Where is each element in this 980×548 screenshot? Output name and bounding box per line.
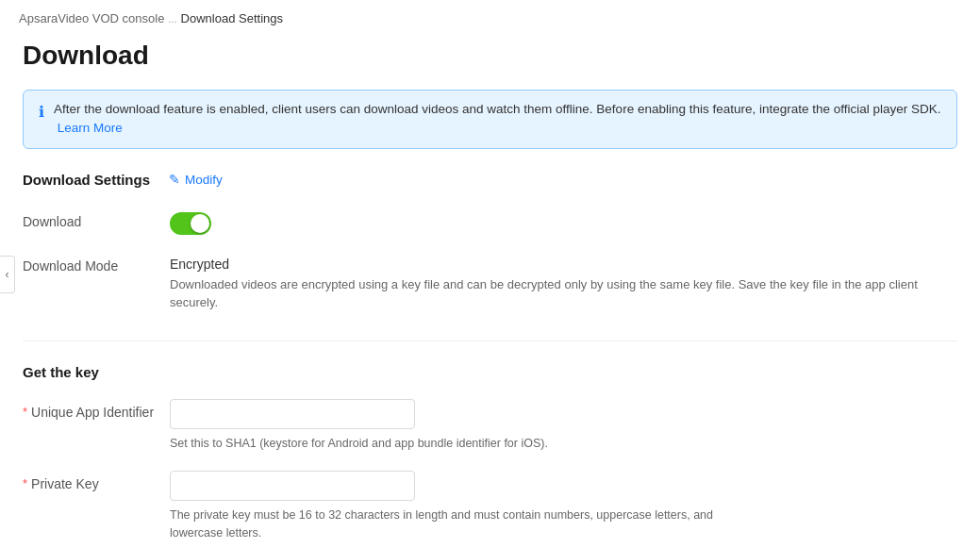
private-key-row: * Private Key The private key must be 16… — [23, 471, 957, 542]
page-title: Download — [23, 33, 957, 71]
breadcrumb-root[interactable]: ApsaraVideo VOD console — [19, 11, 164, 25]
private-key-label: Private Key — [31, 476, 99, 491]
unique-app-id-label: Unique App Identifier — [31, 405, 154, 420]
modify-button[interactable]: ✎ Modify — [169, 172, 223, 187]
main-content: Download ℹ After the download feature is… — [0, 33, 980, 548]
unique-app-id-input[interactable] — [170, 399, 415, 429]
download-toggle-row: Download — [23, 203, 957, 247]
required-star-1: * — [23, 405, 27, 419]
required-star-2: * — [23, 476, 27, 490]
breadcrumb-separator: ... — [168, 13, 176, 25]
section-title: Download Settings — [23, 172, 150, 188]
private-key-hint: The private key must be 16 to 32 charact… — [170, 506, 736, 542]
side-collapse-button[interactable]: ‹ — [0, 256, 15, 293]
download-toggle-value — [170, 212, 957, 238]
private-key-field-col: The private key must be 16 to 32 charact… — [170, 471, 957, 542]
download-mode-label: Download Mode — [23, 257, 155, 274]
chevron-left-icon: ‹ — [6, 268, 9, 281]
unique-app-id-hint: Set this to SHA1 (keystore for Android a… — [170, 435, 736, 453]
modify-label: Modify — [185, 173, 223, 187]
unique-app-id-field-col: Set this to SHA1 (keystore for Android a… — [170, 399, 957, 453]
get-key-title: Get the key — [23, 364, 957, 380]
info-icon: ℹ — [39, 101, 44, 124]
info-banner: ℹ After the download feature is enabled,… — [23, 90, 957, 149]
download-mode-value: Encrypted Downloaded videos are encrypte… — [170, 257, 957, 312]
section-header: Download Settings ✎ Modify — [23, 172, 957, 188]
download-mode-row: Download Mode Encrypted Downloaded video… — [23, 247, 957, 322]
download-toggle[interactable] — [170, 212, 211, 235]
download-label: Download — [23, 212, 155, 229]
private-key-input[interactable] — [170, 471, 415, 501]
download-mode-description: Downloaded videos are encrypted using a … — [170, 275, 957, 312]
section-divider — [23, 340, 957, 341]
download-mode-text: Encrypted — [170, 257, 957, 272]
pencil-icon: ✎ — [169, 172, 180, 187]
info-banner-text: After the download feature is enabled, c… — [54, 100, 941, 139]
unique-app-id-row: * Unique App Identifier Set this to SHA1… — [23, 399, 957, 453]
breadcrumb: ApsaraVideo VOD console ... Download Set… — [0, 0, 980, 33]
unique-app-id-label-col: * Unique App Identifier — [23, 399, 155, 420]
download-settings-section: Download Settings ✎ Modify Download Down… — [23, 172, 957, 322]
learn-more-link[interactable]: Learn More — [58, 121, 123, 135]
breadcrumb-current: Download Settings — [181, 11, 283, 25]
private-key-label-col: * Private Key — [23, 471, 155, 491]
get-key-section: Get the key * Unique App Identifier Set … — [23, 364, 957, 542]
